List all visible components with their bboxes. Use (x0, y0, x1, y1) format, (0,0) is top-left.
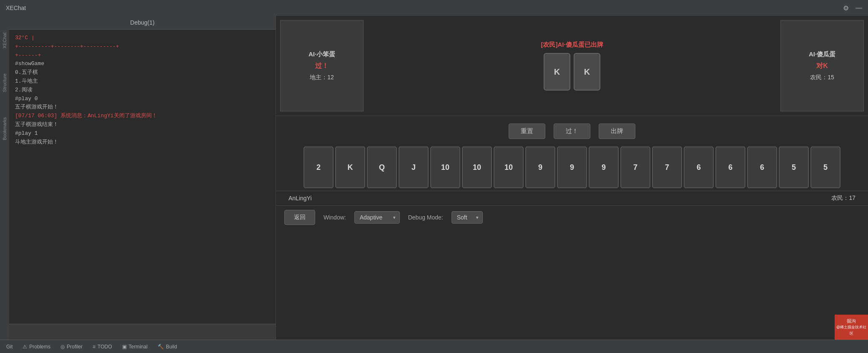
sidebar-label-bookmarks: Bookmarks (2, 117, 7, 140)
bottom-info-row: AnLingYi 农民：17 (276, 191, 868, 205)
debug-line: 32°C | (15, 34, 270, 43)
played-card: K (574, 53, 600, 91)
debug-line: 五子棋游戏结束！ (15, 121, 270, 129)
ai-right-role: 农民：15 (810, 74, 834, 81)
statusbar-item-todo[interactable]: ≡TODO (93, 344, 112, 350)
hand-card[interactable]: K (335, 146, 365, 188)
hand-card[interactable]: J (399, 146, 429, 188)
debug-line: 2.阅读 (15, 86, 270, 95)
hand-card[interactable]: 7 (652, 146, 682, 188)
window-select-wrapper: AdaptiveFixedFullscreen (354, 211, 400, 224)
bottom-player-name: AnLingYi (288, 195, 312, 202)
hand-card[interactable]: 7 (620, 146, 650, 188)
debug-line: #showGame (15, 60, 270, 68)
problems-icon: ⚠ (23, 344, 27, 350)
statusbar-item-problems[interactable]: ⚠Problems (23, 344, 50, 350)
statusbar-item-git[interactable]: Git (4, 344, 13, 350)
reset-button[interactable]: 重置 (509, 124, 545, 139)
statusbar-item-build[interactable]: 🔨Build (158, 344, 177, 350)
back-button[interactable]: 返回 (284, 210, 315, 225)
hand-cards-row: 2KQJ1010109997766655 (276, 144, 868, 191)
debug-line: +----------+--------+----------+ (15, 43, 270, 51)
hand-card[interactable]: 9 (525, 146, 555, 188)
window-controls: ⚙ — (843, 4, 862, 12)
debug-line: 0.五子棋 (15, 68, 270, 77)
minimize-icon[interactable]: — (855, 4, 862, 12)
debug-line: 1.斗地主 (15, 77, 270, 86)
statusbar-item-profiler[interactable]: ◎Profiler (60, 344, 83, 350)
debug-line: [07/17 06:03] 系统消息：AnLingYi关闭了游戏房间！ (15, 112, 270, 121)
ai-left-action: 过！ (315, 62, 329, 71)
play-button[interactable]: 出牌 (599, 124, 635, 139)
debug-panel: Debug(1) 32°C |+----------+--------+----… (9, 16, 276, 340)
debug-mode-select[interactable]: SoftHardOff (452, 211, 483, 224)
statusbar: Git⚠Problems◎Profiler≡TODO▣Terminal🔨Buil… (0, 340, 868, 353)
debug-line: 五子棋游戏开始！ (15, 103, 270, 112)
players-row: AI·小笨蛋 过！ 地主：12 [农民]AI·傻瓜蛋已出牌 KK AI·傻瓜蛋 … (276, 16, 868, 116)
hand-card[interactable]: 10 (462, 146, 492, 188)
hand-card[interactable]: Q (367, 146, 397, 188)
player-left-box: AI·小笨蛋 过！ 地主：12 (280, 20, 364, 111)
hand-card[interactable]: 6 (684, 146, 714, 188)
app-title: XEChat (6, 5, 26, 11)
debug-mode-label: Debug Mode: (408, 214, 443, 221)
hand-card[interactable]: 6 (747, 146, 777, 188)
hand-card[interactable]: 9 (557, 146, 587, 188)
debug-input-area[interactable] (9, 324, 276, 340)
bottom-controls: 返回 Window: AdaptiveFixedFullscreen Debug… (276, 205, 868, 229)
settings-icon[interactable]: ⚙ (843, 4, 849, 12)
debug-line: #play 1 (15, 129, 270, 138)
player-right-box: AI·傻瓜蛋 对K 农民：15 (780, 20, 864, 111)
game-panel: AI·小笨蛋 过！ 地主：12 [农民]AI·傻瓜蛋已出牌 KK AI·傻瓜蛋 … (276, 16, 868, 340)
window-label: Window: (324, 214, 346, 221)
hand-card[interactable]: 6 (715, 146, 745, 188)
watermark: 掘沟@稀土掘金技术社区 (835, 315, 868, 340)
hand-card[interactable]: 10 (430, 146, 460, 188)
hand-card[interactable]: 9 (589, 146, 619, 188)
hand-card[interactable]: 2 (304, 146, 334, 188)
center-area: [农民]AI·傻瓜蛋已出牌 KK (368, 20, 776, 111)
hand-card[interactable]: 5 (810, 146, 840, 188)
played-card: K (544, 53, 570, 91)
pass-button[interactable]: 过！ (554, 124, 590, 139)
debug-line: #play 0 (15, 95, 270, 103)
watermark-text: 掘沟@稀土掘金技术社区 (835, 318, 868, 336)
todo-icon: ≡ (93, 344, 95, 350)
debug-panel-header: Debug(1) (9, 16, 276, 30)
ai-left-name: AI·小笨蛋 (309, 50, 335, 58)
profiler-icon: ◎ (60, 344, 65, 350)
debug-line: +------+ (15, 51, 270, 60)
bottom-player-role: 农民：17 (831, 194, 855, 202)
terminal-icon: ▣ (122, 344, 127, 350)
ai-left-role: 地主：12 (310, 74, 334, 81)
action-buttons-row: 重置 过！ 出牌 (276, 116, 868, 144)
debug-line: 斗地主游戏开始！ (15, 138, 270, 147)
vertical-sidebar: XEChat Structure Bookmarks (0, 16, 9, 340)
system-message: [农民]AI·傻瓜蛋已出牌 (541, 41, 603, 49)
sidebar-label-structure: Structure (2, 73, 7, 92)
window-select[interactable]: AdaptiveFixedFullscreen (354, 211, 400, 224)
hand-card[interactable]: 10 (494, 146, 524, 188)
played-cards: KK (544, 53, 600, 91)
statusbar-item-terminal[interactable]: ▣Terminal (122, 344, 148, 350)
sidebar-label-xchat: XEChat (2, 33, 7, 48)
debug-content[interactable]: 32°C |+----------+--------+----------++-… (9, 30, 276, 324)
hand-card[interactable]: 5 (779, 146, 809, 188)
main-content: XEChat Structure Bookmarks Debug(1) 32°C… (0, 16, 868, 340)
ai-right-name: AI·傻瓜蛋 (809, 50, 835, 58)
debug-mode-select-wrapper: SoftHardOff (452, 211, 483, 224)
build-icon: 🔨 (158, 344, 164, 350)
titlebar: XEChat ⚙ — (0, 0, 868, 16)
ai-right-action: 对K (816, 62, 828, 71)
